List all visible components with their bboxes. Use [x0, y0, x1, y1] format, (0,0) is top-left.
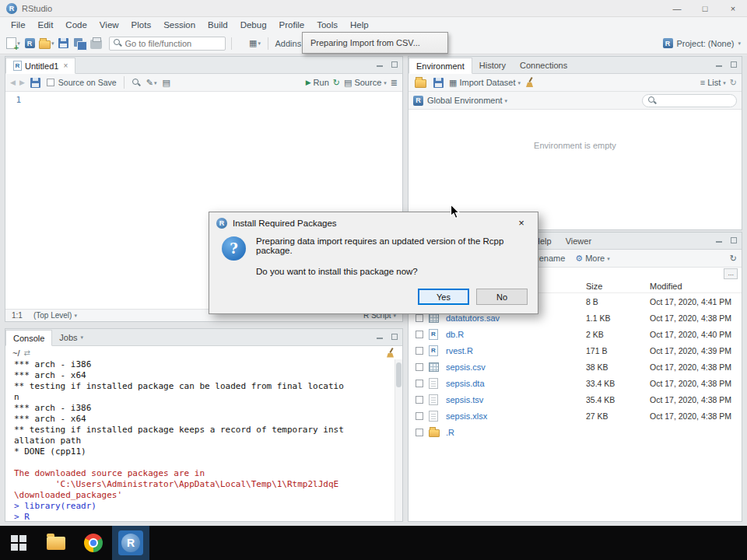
save-button[interactable]: [57, 36, 71, 51]
minimize-pane-icon[interactable]: [715, 236, 723, 244]
row-checkbox[interactable]: [416, 412, 423, 420]
more-button[interactable]: ⚙ More ▾: [575, 254, 609, 263]
save-source-button[interactable]: [29, 75, 43, 90]
scrollbar-thumb[interactable]: [396, 362, 402, 387]
row-checkbox[interactable]: [416, 429, 423, 436]
yes-button[interactable]: Yes: [418, 289, 469, 305]
maximize-icon[interactable]: □: [691, 0, 719, 17]
file-name-link[interactable]: db.R: [446, 330, 586, 339]
row-checkbox[interactable]: [416, 347, 423, 355]
document-outline-icon[interactable]: ≣: [391, 79, 398, 87]
start-button[interactable]: [0, 526, 37, 560]
dialog-titlebar[interactable]: R Install Required Packages ×: [209, 212, 538, 233]
load-workspace-button[interactable]: [413, 75, 427, 90]
rerun-icon[interactable]: ↻: [333, 79, 340, 87]
file-name-link[interactable]: sepsis.dta: [446, 379, 586, 388]
save-all-button[interactable]: [73, 36, 87, 51]
path-more-button[interactable]: ...: [724, 268, 738, 279]
rstudio-taskbar-button[interactable]: R: [112, 526, 149, 560]
file-name-link[interactable]: .R: [446, 428, 586, 437]
popout-icon[interactable]: ⇄: [23, 349, 30, 357]
minimize-pane-icon[interactable]: [376, 333, 384, 341]
menu-profile[interactable]: Profile: [273, 20, 311, 30]
column-header-size[interactable]: Size: [586, 282, 650, 291]
import-dataset-button[interactable]: ▦ Import Dataset ▾: [449, 78, 521, 87]
code-tools-button[interactable]: ✎▾: [145, 75, 159, 90]
back-icon[interactable]: ◀: [10, 79, 16, 86]
tab-connections[interactable]: Connections: [513, 57, 574, 73]
source-on-save-checkbox[interactable]: [47, 79, 54, 86]
compile-report-icon[interactable]: ▤: [163, 79, 170, 87]
row-checkbox[interactable]: [416, 380, 423, 387]
file-name-link[interactable]: sepsis.csv: [446, 362, 586, 372]
tab-untitled1[interactable]: R Untitled1 ×: [5, 58, 75, 74]
find-replace-icon[interactable]: [132, 78, 141, 87]
row-checkbox[interactable]: [416, 331, 423, 338]
global-environment-selector[interactable]: Global Environment ▾: [427, 96, 507, 105]
no-button[interactable]: No: [476, 289, 528, 305]
refresh-icon[interactable]: ↻: [730, 254, 737, 263]
new-file-button[interactable]: ▾: [6, 36, 20, 51]
console-scrollbar[interactable]: [395, 359, 402, 521]
tab-environment[interactable]: Environment: [409, 58, 472, 74]
maximize-pane-icon[interactable]: [730, 236, 738, 244]
console-output[interactable]: *** arch - i386 *** arch - x64 ** testin…: [5, 359, 402, 521]
environment-search[interactable]: [642, 94, 737, 107]
table-row[interactable]: R rvest.R 171 B Oct 17, 2020, 4:39 PM: [409, 342, 742, 359]
table-row[interactable]: sepsis.dta 33.4 KB Oct 17, 2020, 4:38 PM: [409, 375, 742, 391]
table-row[interactable]: sepsis.tsv 35.4 KB Oct 17, 2020, 4:38 PM: [409, 391, 742, 408]
menu-help[interactable]: Help: [344, 20, 375, 30]
menu-code[interactable]: Code: [59, 20, 93, 30]
close-tab-icon[interactable]: ×: [63, 61, 68, 70]
menu-session[interactable]: Session: [157, 20, 202, 30]
table-row[interactable]: R db.R 2 KB Oct 17, 2020, 4:40 PM: [409, 326, 742, 342]
forward-icon[interactable]: ▶: [19, 79, 25, 86]
column-header-modified[interactable]: Modified: [650, 282, 742, 291]
row-checkbox[interactable]: [416, 363, 423, 371]
close-icon[interactable]: ×: [719, 0, 747, 17]
workspace-panes-button[interactable]: ▦▾: [248, 36, 262, 51]
file-name-link[interactable]: datatutors.sav: [446, 313, 586, 323]
open-file-button[interactable]: ▾: [39, 36, 54, 51]
refresh-icon[interactable]: ↻: [730, 79, 737, 87]
menu-build[interactable]: Build: [202, 20, 234, 30]
scope-selector[interactable]: (Top Level)▾: [33, 311, 77, 320]
tab-jobs[interactable]: Jobs▾: [52, 329, 90, 345]
table-row[interactable]: sepsis.xlsx 27 KB Oct 17, 2020, 4:38 PM: [409, 408, 742, 424]
tab-viewer[interactable]: Viewer: [559, 233, 598, 249]
menu-tools[interactable]: Tools: [310, 20, 344, 30]
save-workspace-button[interactable]: [431, 75, 445, 90]
minimize-pane-icon[interactable]: [715, 61, 723, 68]
table-row[interactable]: .R: [409, 424, 742, 440]
menu-plots[interactable]: Plots: [125, 20, 158, 30]
menu-edit[interactable]: Edit: [32, 20, 60, 30]
clear-console-icon[interactable]: [385, 348, 395, 359]
row-checkbox[interactable]: [416, 314, 423, 322]
minimize-icon[interactable]: —: [663, 0, 691, 17]
file-name-link[interactable]: rvest.R: [446, 346, 586, 355]
run-button[interactable]: ▶ Run: [306, 78, 329, 87]
project-selector[interactable]: R Project: (None) ▾: [663, 38, 742, 48]
file-name-link[interactable]: sepsis.xlsx: [446, 411, 586, 421]
source-menu-button[interactable]: ▤ Source ▾: [344, 78, 387, 87]
tab-history[interactable]: History: [472, 57, 513, 73]
maximize-pane-icon[interactable]: [730, 61, 738, 68]
maximize-pane-icon[interactable]: [391, 333, 398, 341]
menu-debug[interactable]: Debug: [234, 20, 273, 30]
maximize-pane-icon[interactable]: [391, 61, 398, 68]
menu-view[interactable]: View: [93, 20, 125, 30]
menu-file[interactable]: File: [5, 20, 32, 30]
row-checkbox[interactable]: [416, 396, 423, 404]
tab-console[interactable]: Console: [5, 330, 52, 346]
table-row[interactable]: sepsis.csv 38 KB Oct 17, 2020, 4:38 PM: [409, 359, 742, 375]
dialog-close-icon[interactable]: ×: [505, 212, 538, 233]
list-view-button[interactable]: ≡ List ▾: [700, 78, 726, 87]
minimize-pane-icon[interactable]: [376, 61, 384, 68]
new-project-button[interactable]: R: [23, 36, 37, 51]
chrome-button[interactable]: [75, 526, 112, 560]
file-explorer-button[interactable]: [37, 526, 75, 560]
clear-environment-icon[interactable]: [524, 77, 535, 88]
print-button[interactable]: [89, 36, 103, 51]
environment-search-input[interactable]: [660, 96, 730, 105]
goto-file-input[interactable]: [109, 37, 226, 51]
